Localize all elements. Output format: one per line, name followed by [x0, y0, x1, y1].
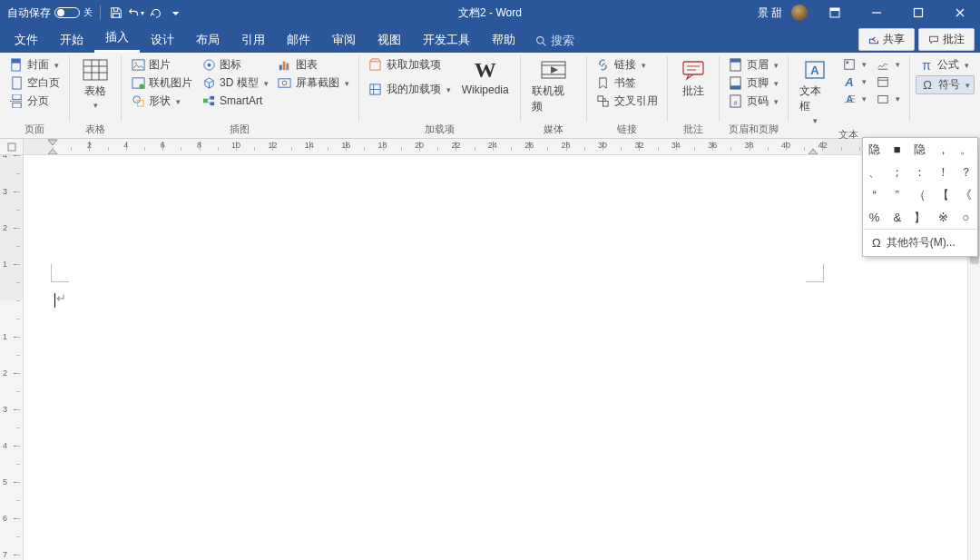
- symbol-cell[interactable]: &: [886, 206, 908, 229]
- get-addins-button[interactable]: 获取加载项: [365, 56, 455, 74]
- picture-button[interactable]: 图片: [127, 56, 196, 74]
- tab-dev[interactable]: 开发工具: [412, 26, 481, 53]
- smartart-icon: [201, 93, 216, 108]
- icons-button[interactable]: 图标: [198, 56, 272, 74]
- symbol-cell[interactable]: 。: [955, 138, 977, 161]
- crossref-icon: [596, 94, 611, 109]
- undo-icon[interactable]: ▾: [128, 5, 144, 21]
- symbol-cell[interactable]: 】: [908, 206, 931, 229]
- ruler-vertical[interactable]: 1234123456789101112: [0, 155, 24, 560]
- close-icon[interactable]: [940, 0, 980, 25]
- svg-point-20: [139, 84, 144, 89]
- page-1: ↵: [24, 155, 836, 560]
- hyperlink-button[interactable]: 链接▾: [593, 56, 662, 74]
- symbol-cell[interactable]: 隐: [863, 138, 886, 161]
- symbol-cell[interactable]: 、: [863, 161, 886, 183]
- symbol-cell[interactable]: “: [863, 183, 886, 206]
- tab-references[interactable]: 引用: [230, 26, 276, 53]
- ribbon-display-icon[interactable]: [815, 0, 855, 25]
- crossref-button[interactable]: 交叉引用: [593, 93, 662, 110]
- pagenum-button[interactable]: #页码▾: [725, 93, 782, 110]
- symbol-cell[interactable]: %: [863, 206, 886, 229]
- symbol-cell[interactable]: ○: [955, 206, 977, 229]
- tab-view[interactable]: 视图: [367, 26, 412, 53]
- svg-line-28: [207, 97, 210, 100]
- symbol-cell[interactable]: ：: [908, 161, 931, 183]
- symbol-button[interactable]: Ω符号▾: [916, 75, 975, 94]
- symbol-cell[interactable]: 【: [932, 183, 955, 206]
- symbol-cell[interactable]: ”: [886, 183, 908, 206]
- group-links-label: 链接: [593, 122, 662, 138]
- symbol-cell[interactable]: ？: [955, 161, 977, 183]
- symbol-cell[interactable]: 《: [955, 183, 977, 206]
- 3d-model-button[interactable]: 3D 模型▾: [198, 74, 272, 92]
- ruler-horizontal[interactable]: 24681012141618202224262830323436384042: [0, 139, 980, 155]
- table-button[interactable]: 表格 ▾: [75, 56, 115, 112]
- symbol-dropdown: 隐■隐，。、；：！？“”（【《%&】※○ Ω 其他符号(M)...: [862, 137, 978, 257]
- tab-mailings[interactable]: 邮件: [276, 26, 321, 53]
- comments-button[interactable]: 批注: [918, 28, 975, 51]
- more-symbols-button[interactable]: Ω 其他符号(M)...: [863, 229, 977, 256]
- quickparts-button[interactable]: ▾: [838, 56, 870, 73]
- username[interactable]: 景 甜: [758, 5, 782, 21]
- signature-button[interactable]: ▾: [872, 56, 904, 73]
- svg-rect-31: [283, 62, 286, 70]
- svg-line-5: [543, 43, 545, 45]
- symbol-cell[interactable]: 隐: [908, 138, 931, 161]
- symbol-cell[interactable]: ■: [886, 138, 908, 161]
- search-box[interactable]: 搜索: [526, 29, 583, 53]
- bookmark-button[interactable]: 书签: [593, 74, 662, 92]
- screenshot-button[interactable]: 屏幕截图▾: [274, 74, 353, 92]
- my-addins-button[interactable]: 我的加载项▾: [365, 81, 455, 98]
- svg-rect-55: [847, 62, 849, 64]
- minimize-icon[interactable]: [857, 0, 897, 25]
- tab-home[interactable]: 开始: [49, 26, 94, 53]
- tab-help[interactable]: 帮助: [481, 26, 526, 53]
- equation-button[interactable]: π公式▾: [916, 56, 975, 74]
- wikipedia-button[interactable]: W Wikipedia: [456, 56, 514, 98]
- tab-file[interactable]: 文件: [4, 26, 49, 53]
- symbol-cell[interactable]: ！: [932, 161, 955, 183]
- share-button[interactable]: 共享: [858, 28, 915, 51]
- tab-layout[interactable]: 布局: [185, 26, 230, 53]
- shapes-button[interactable]: 形状▾: [127, 93, 196, 110]
- smartart-button[interactable]: SmartArt: [198, 93, 272, 109]
- tab-review[interactable]: 审阅: [321, 26, 367, 53]
- maximize-icon[interactable]: [898, 0, 938, 25]
- blank-page-icon: [9, 76, 24, 91]
- dropcap-icon: A: [842, 92, 857, 106]
- online-picture-button[interactable]: 联机图片: [127, 74, 196, 92]
- symbol-cell[interactable]: ；: [886, 161, 908, 183]
- textbox-button[interactable]: A 文本框▾: [794, 56, 838, 127]
- dropcap-button[interactable]: A▾: [838, 91, 870, 107]
- blank-page-button[interactable]: 空白页: [5, 74, 64, 92]
- symbol-cell[interactable]: ，: [932, 138, 955, 161]
- document-area[interactable]: ↵: [24, 155, 967, 560]
- symbol-cell[interactable]: ※: [932, 206, 955, 229]
- redo-icon[interactable]: [148, 5, 164, 21]
- cover-page-button[interactable]: 封面▾: [5, 56, 64, 74]
- svg-marker-67: [808, 149, 818, 154]
- ruler-corner[interactable]: [0, 139, 24, 154]
- table-icon: [81, 58, 110, 82]
- datetime-button[interactable]: [872, 74, 904, 90]
- workspace: 1234123456789101112 ↵: [0, 155, 980, 560]
- wordart-button[interactable]: A▾: [838, 74, 870, 90]
- comment-button[interactable]: 批注: [673, 56, 713, 101]
- autosave-toggle[interactable]: 自动保存 关: [7, 5, 93, 21]
- avatar-icon[interactable]: [791, 5, 808, 21]
- save-icon[interactable]: [108, 5, 124, 21]
- object-button[interactable]: ▾: [872, 91, 904, 107]
- right-indent-marker[interactable]: [808, 148, 818, 154]
- footer-button[interactable]: 页脚▾: [725, 74, 782, 92]
- header-button[interactable]: 页眉▾: [725, 56, 782, 74]
- tab-design[interactable]: 设计: [140, 26, 185, 53]
- first-line-indent-marker[interactable]: [47, 139, 58, 146]
- qat-customize[interactable]: ⏷: [172, 8, 181, 18]
- svg-rect-12: [83, 60, 107, 80]
- chart-button[interactable]: 图表: [274, 56, 353, 74]
- page-break-button[interactable]: 分页: [5, 93, 64, 110]
- symbol-cell[interactable]: （: [908, 183, 931, 206]
- online-video-button[interactable]: 联机视频: [526, 56, 581, 116]
- tab-insert[interactable]: 插入: [94, 24, 140, 53]
